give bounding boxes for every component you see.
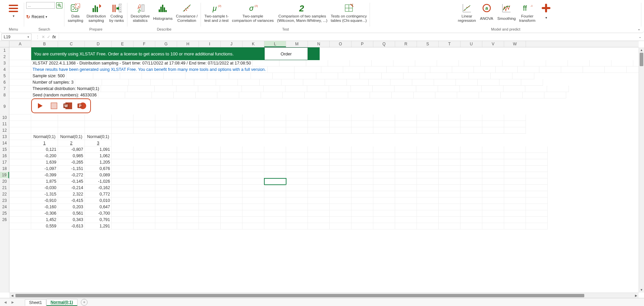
cell[interactable] (155, 121, 177, 127)
distribution-sampling-button[interactable]: Distribution sampling (85, 2, 107, 24)
cell[interactable] (177, 204, 199, 210)
cell[interactable] (151, 79, 172, 86)
col-header-G[interactable]: G (155, 41, 177, 47)
cell[interactable] (526, 191, 548, 198)
cell[interactable] (199, 178, 221, 185)
cell[interactable] (459, 60, 481, 67)
cell[interactable] (177, 153, 199, 159)
cell[interactable] (221, 185, 243, 191)
contingency-tests-button[interactable]: ? Tests on contingency tables (Chi-squar… (329, 2, 368, 24)
cell[interactable]: -0,306 (31, 210, 58, 217)
cell[interactable] (308, 115, 330, 121)
cell[interactable] (308, 153, 330, 159)
cell[interactable]: -1,315 (31, 191, 58, 198)
cell[interactable] (264, 204, 286, 210)
cell[interactable] (174, 92, 196, 98)
cell[interactable] (9, 121, 31, 127)
cell[interactable] (417, 166, 439, 172)
cell[interactable] (343, 67, 365, 73)
cell[interactable] (373, 127, 395, 134)
cell[interactable] (199, 191, 221, 198)
cell[interactable]: Number of samples: 3 (31, 79, 75, 86)
cell[interactable] (199, 166, 221, 172)
grid-icon[interactable] (48, 100, 60, 112)
cell[interactable] (461, 204, 482, 210)
cell[interactable] (461, 153, 482, 159)
cell[interactable] (352, 166, 373, 172)
cell[interactable] (499, 79, 521, 86)
cell[interactable] (395, 121, 417, 127)
sheet-tab-normal[interactable]: Normal(0;1) (46, 299, 77, 306)
cell[interactable] (199, 210, 221, 217)
linear-regression-button[interactable]: Linear regression (457, 2, 477, 24)
row-header-2[interactable]: 2 (0, 54, 9, 60)
cell[interactable] (308, 217, 330, 223)
cell[interactable] (330, 153, 352, 159)
cell[interactable]: 0,343 (58, 217, 85, 223)
cell[interactable] (521, 79, 543, 86)
cell[interactable] (9, 146, 31, 153)
cell[interactable] (112, 223, 133, 229)
sheet-prev-icon[interactable]: ◄ (3, 300, 7, 305)
cell[interactable] (417, 210, 439, 217)
row-header-18[interactable]: 18 (0, 166, 9, 172)
cell[interactable] (286, 217, 308, 223)
cell[interactable] (9, 217, 31, 223)
cell[interactable] (482, 153, 504, 159)
cell[interactable] (264, 146, 286, 153)
cell[interactable] (352, 153, 373, 159)
cell[interactable] (352, 159, 373, 166)
cell[interactable] (430, 67, 452, 73)
cell[interactable] (330, 115, 352, 121)
cell[interactable] (439, 159, 461, 166)
cell[interactable] (199, 146, 221, 153)
cell[interactable] (133, 172, 155, 178)
cell[interactable] (330, 159, 352, 166)
cell[interactable] (286, 127, 308, 134)
cell[interactable] (504, 121, 526, 127)
cell[interactable] (155, 217, 177, 223)
cell[interactable] (439, 191, 461, 198)
cell[interactable] (395, 178, 417, 185)
cell[interactable] (133, 146, 155, 153)
cell[interactable] (221, 127, 243, 134)
cell[interactable] (308, 172, 330, 178)
cell[interactable] (238, 79, 260, 86)
cell[interactable] (85, 127, 112, 134)
cell[interactable] (308, 204, 330, 210)
cell[interactable] (352, 204, 373, 210)
cell[interactable] (373, 191, 395, 198)
cell[interactable] (352, 146, 373, 153)
cell[interactable] (526, 159, 548, 166)
cell[interactable] (9, 210, 31, 217)
descriptive-statistics-button[interactable]: μ̂σ̂ Descriptive statistics (129, 2, 151, 24)
row-header-12[interactable]: 12 (0, 127, 9, 134)
cell[interactable] (243, 185, 264, 191)
cell[interactable] (352, 115, 373, 121)
vertical-scrollbar[interactable]: ▲ ▼ (639, 47, 644, 293)
cell[interactable] (112, 198, 133, 204)
cell[interactable] (395, 185, 417, 191)
cell[interactable] (129, 79, 151, 86)
cell[interactable] (286, 223, 308, 229)
cell[interactable]: 1,875 (31, 178, 58, 185)
cell[interactable]: XLSTAT 2022.4.1.1368 - Distribution samp… (31, 60, 253, 67)
col-header-B[interactable]: B (31, 41, 58, 47)
cell[interactable] (112, 159, 133, 166)
cell[interactable] (286, 198, 308, 204)
row-header-20[interactable]: 20 (0, 178, 9, 185)
cell[interactable] (199, 153, 221, 159)
cell[interactable] (31, 115, 58, 121)
cell[interactable] (221, 178, 243, 185)
cell[interactable] (268, 67, 294, 73)
cell[interactable] (526, 166, 548, 172)
cell[interactable] (461, 198, 482, 204)
smoothing-button[interactable]: Smoothing (496, 2, 517, 24)
cell[interactable] (286, 191, 308, 198)
cell[interactable] (482, 127, 504, 134)
row-header-14[interactable]: 14 (0, 140, 9, 146)
cell[interactable] (352, 127, 373, 134)
cell[interactable] (177, 210, 199, 217)
cell[interactable] (221, 153, 243, 159)
cell[interactable]: 2,322 (58, 191, 85, 198)
